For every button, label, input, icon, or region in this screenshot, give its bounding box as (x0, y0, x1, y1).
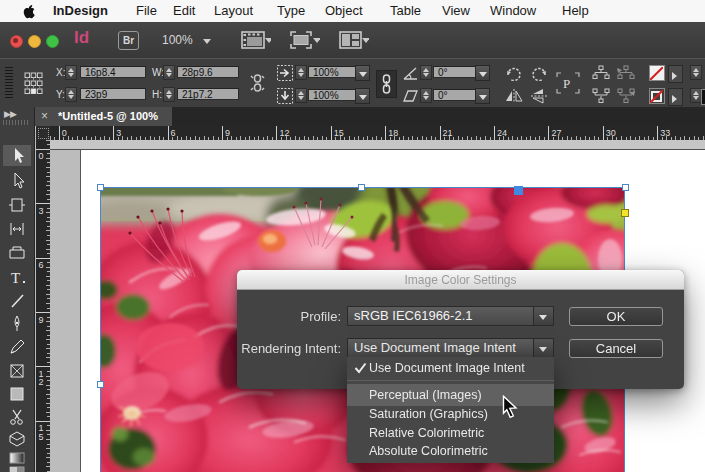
svg-text:3: 3 (39, 206, 44, 216)
svg-text:0: 0 (39, 151, 44, 161)
svg-text:18: 18 (388, 128, 398, 138)
svg-text:15: 15 (334, 128, 344, 138)
svg-text:5: 5 (39, 432, 44, 442)
svg-text:30: 30 (606, 128, 616, 138)
svg-text:6: 6 (171, 128, 176, 138)
svg-text:9: 9 (39, 315, 44, 325)
svg-text:9: 9 (225, 128, 230, 138)
svg-text:12: 12 (279, 128, 289, 138)
svg-text:2: 2 (39, 377, 44, 387)
svg-text:21: 21 (443, 128, 453, 138)
svg-text:24: 24 (497, 128, 507, 138)
svg-text:6: 6 (39, 260, 44, 270)
svg-text:T: T (11, 270, 20, 286)
svg-text:0: 0 (62, 128, 67, 138)
svg-text:P: P (563, 76, 570, 91)
svg-text:33: 33 (660, 128, 670, 138)
svg-text:27: 27 (551, 128, 561, 138)
svg-text:3: 3 (116, 128, 121, 138)
